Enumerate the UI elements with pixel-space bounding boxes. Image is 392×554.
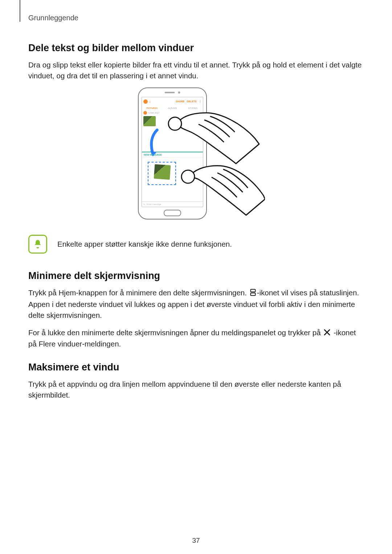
para-share-between-windows: Dra og slipp tekst eller kopierte bilder… [28,59,364,81]
figure-topbar-share: SHARE [176,100,185,103]
chapter-label: Grunnleggende [28,14,364,22]
pencil-icon: ✎ [143,203,145,206]
para-minimize-split-2a: For å lukke den minimerte delte skjermvi… [28,328,323,337]
page-number: 37 [0,537,392,545]
para-minimize-split-2: For å lukke den minimerte delte skjermvi… [28,327,364,349]
figure-msg-date: 6 Mar 2017 [148,112,159,114]
figure-tab-pictures: PICTURES [142,107,162,109]
header-side-rule [20,0,20,22]
svg-rect-2 [250,290,255,292]
heading-minimize-split: Minimere delt skjermvisning [28,270,364,282]
figure-source-thumbnail [143,116,156,126]
heading-share-between-windows: Dele tekst og bilder mellom vinduer [28,42,364,54]
para-minimize-split-1: Trykk på Hjem-knappen for å minimere den… [28,287,364,320]
figure-topbar-delete: DELETE [187,100,197,103]
figure-home-button [164,210,181,216]
more-icon: ⋮ [199,100,201,103]
figure-new-message-label: NEW MESSAGE [142,152,203,157]
figure-topbar-count: 1 [149,100,151,103]
para-maximize-window: Trykk på et appvindu og dra linjen mello… [28,379,364,400]
heading-maximize-window: Maksimere et vindu [28,362,364,373]
para-minimize-split-1a: Trykk på Hjem-knappen for å minimere den… [28,288,249,297]
note-text: Enkelte apper støtter kanskje ikke denne… [57,240,232,249]
figure-top-app: 1 SHARE DELETE ⋮ PICTURES ALBUMS STORIES [142,97,203,152]
figure-bottom-app: NEW MESSAGE ✎ Enter message [142,152,203,207]
split-screen-status-icon [250,288,256,299]
figure-tab-албums: ALBUMS [162,107,183,109]
svg-rect-3 [250,293,255,296]
close-x-icon [323,328,331,339]
figure-dropped-thumbnail [154,164,171,180]
note-bell-icon [28,235,47,254]
figure-drag-drop: 1 SHARE DELETE ⋮ PICTURES ALBUMS STORIES [28,87,364,222]
figure-tab-stories: STORIES [183,107,203,109]
figure-input-placeholder: Enter message [147,203,161,205]
